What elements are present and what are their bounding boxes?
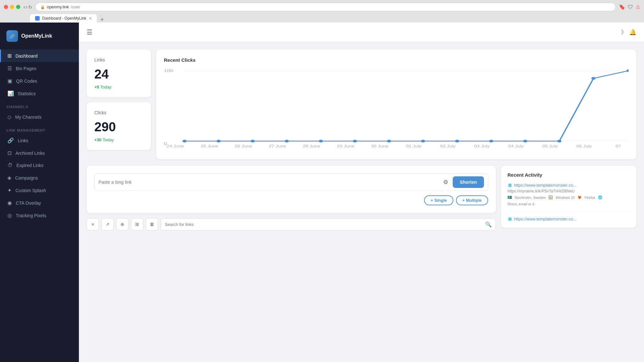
- bookmark-icon[interactable]: 🔖: [619, 4, 625, 10]
- chart-dot-4: [319, 140, 323, 143]
- reload-button[interactable]: ↻: [28, 4, 32, 10]
- chart-area: 100 0: [164, 68, 629, 152]
- activity-link-text-2: https://www.templatemonster.co...: [514, 217, 576, 221]
- forward-button[interactable]: ›: [26, 4, 27, 10]
- chart-dot-1: [217, 140, 221, 143]
- sidebar-item-my-channels[interactable]: ◇ My Channels: [0, 111, 79, 123]
- chart-dot-7: [421, 140, 425, 143]
- stats-column: Links 24 +5 Today Clicks 290 +30 Today: [87, 50, 151, 150]
- toolbar-list-icon-button[interactable]: ≡: [87, 218, 99, 230]
- back-button[interactable]: ‹: [24, 4, 25, 10]
- clicks-stat-label: Clicks: [94, 110, 143, 115]
- shortener-options: + Single + Multiple: [94, 195, 488, 205]
- svg-text:30 June: 30 June: [371, 144, 388, 148]
- activity-short-url-1: https://myname.link/PSvTaTnHrDBNeU: [507, 189, 630, 193]
- dashboard-icon: ⊞: [7, 53, 12, 59]
- browser-extensions: 🔖 🛡 ⚠: [619, 4, 640, 10]
- activity-item-2: 🌐 https://www.templatemonster.co...: [507, 217, 630, 221]
- sidebar-item-expired-links[interactable]: ⏱ Expired Links: [0, 159, 79, 172]
- filter-icon[interactable]: ⚙: [443, 179, 448, 186]
- sidebar-item-custom-splash[interactable]: ✦ Custom Splash: [0, 184, 79, 197]
- chart-dot-6: [387, 140, 391, 143]
- sidebar-label-tracking-pixels: Tracking Pixels: [16, 213, 46, 218]
- multiple-option-button[interactable]: + Multiple: [456, 195, 488, 205]
- sidebar-label-statistics: Statistics: [18, 91, 36, 96]
- traffic-light-green[interactable]: [16, 5, 20, 9]
- tab-bar: Dashboard - OpenMyLink ✕ +: [4, 14, 640, 23]
- new-tab-button[interactable]: +: [98, 17, 107, 23]
- links-icon: 🔗: [7, 137, 14, 144]
- sidebar-item-bio-pages[interactable]: ☰ Bio Pages: [0, 62, 79, 75]
- browser-nav-buttons: ‹ › ↻: [24, 4, 32, 10]
- sidebar-item-archived-links[interactable]: ⊡ Archived Links: [0, 147, 79, 159]
- lock-icon: 🔒: [40, 5, 45, 9]
- tab-favicon: [35, 16, 40, 21]
- sidebar-item-campaigns[interactable]: ◈ Campaigns: [0, 172, 79, 184]
- recent-clicks-chart: 100 0: [164, 68, 629, 152]
- sidebar-item-tracking-pixels[interactable]: ◎ Tracking Pixels: [0, 209, 79, 222]
- warning-icon: ⚠: [636, 4, 640, 10]
- notifications-icon[interactable]: 🔔: [629, 29, 636, 36]
- my-channels-icon: ◇: [7, 114, 11, 120]
- traffic-light-red[interactable]: [4, 5, 8, 9]
- top-row: Links 24 +5 Today Clicks 290 +30 Today: [87, 50, 636, 159]
- traffic-lights: [4, 5, 20, 9]
- activity-link-2[interactable]: 🌐 https://www.templatemonster.co...: [507, 217, 630, 221]
- toolbar-grid-icon-button[interactable]: ⊞: [131, 218, 143, 230]
- svg-text:26 June: 26 June: [235, 144, 252, 148]
- channels-section-header: Channels: [0, 100, 79, 111]
- toolbar-add-icon-button[interactable]: ⊕: [116, 218, 128, 230]
- search-icon[interactable]: 🔍: [485, 221, 492, 227]
- toolbar-delete-icon-button[interactable]: 🗑: [146, 218, 158, 230]
- single-option-button[interactable]: + Single: [424, 195, 453, 205]
- browser-chrome: ‹ › ↻ 🔒 openmy.link/user 🔖 🛡 ⚠ Dashboard…: [0, 0, 644, 23]
- traffic-light-yellow[interactable]: [10, 5, 14, 9]
- url-bar[interactable]: 🔒 openmy.link/user: [35, 3, 616, 11]
- chart-dot-10: [523, 140, 527, 143]
- tab-close-icon[interactable]: ✕: [89, 16, 92, 21]
- activity-title: Recent Activity: [507, 172, 630, 178]
- links-stat-label: Links: [94, 57, 143, 62]
- sidebar-item-cta-overlay[interactable]: ◉ CTA Overlay: [0, 197, 79, 209]
- sidebar-item-dashboard[interactable]: ⊞ Dashboard: [0, 50, 79, 62]
- links-toolbar: ≡ ↗ ⊕ ⊞ 🗑 🔍: [87, 218, 496, 230]
- hamburger-icon[interactable]: ☰: [87, 29, 92, 36]
- link-input[interactable]: [99, 180, 440, 185]
- logo-text: OpenMyLink: [21, 33, 52, 39]
- dark-mode-icon[interactable]: ☽: [619, 29, 624, 36]
- svg-text:24 June: 24 June: [166, 144, 184, 148]
- activity-meta-1: 🇸🇪 Stockholm, Sweden 🪟 Windows 10 🦊 Fire…: [507, 195, 630, 206]
- svg-text:100: 100: [164, 69, 173, 73]
- svg-text:29 June: 29 June: [337, 144, 354, 148]
- shortener-input-row: ⚙ Shorten: [94, 173, 488, 191]
- cta-overlay-icon: ◉: [7, 200, 12, 206]
- svg-text:07: 07: [615, 144, 621, 148]
- svg-text:03 July: 03 July: [474, 144, 490, 148]
- topbar-right: ☽ 🔔: [619, 29, 636, 36]
- main-area: ☰ ☽ 🔔 Links 24 +5 Today: [79, 23, 644, 362]
- sidebar-label-bio-pages: Bio Pages: [16, 66, 36, 71]
- search-input[interactable]: [165, 222, 483, 227]
- sidebar-item-qr-codes[interactable]: ▣ QR Codes: [0, 75, 79, 87]
- activity-favicon-1: 🌐: [507, 183, 512, 188]
- svg-text:28 June: 28 June: [303, 144, 320, 148]
- sidebar-item-links[interactable]: 🔗 Links: [0, 134, 79, 147]
- toolbar-export-icon-button[interactable]: ↗: [101, 218, 114, 230]
- clicks-stat-card: Clicks 290 +30 Today: [87, 102, 151, 150]
- shortener-activity-row: ⚙ Shorten + Single + Multiple ≡ ↗ ⊕ ⊞: [87, 166, 636, 230]
- tab-title: Dashboard - OpenMyLink: [42, 16, 86, 21]
- shorten-button[interactable]: Shorten: [453, 176, 484, 188]
- sidebar-label-custom-splash: Custom Splash: [15, 188, 46, 193]
- location-flag-icon: 🇸🇪: [507, 195, 512, 200]
- chart-dot-0: [183, 140, 187, 143]
- active-tab[interactable]: Dashboard - OpenMyLink ✕: [30, 14, 97, 23]
- shortener-card: ⚙ Shorten + Single + Multiple: [87, 166, 496, 213]
- links-today-prefix: +5: [94, 85, 99, 89]
- sidebar-label-cta-overlay: CTA Overlay: [16, 200, 41, 206]
- activity-link-1[interactable]: 🌐 https://www.templatemonster.co...: [507, 183, 630, 188]
- windows-icon: 🪟: [548, 195, 553, 200]
- svg-text:02 July: 02 July: [440, 144, 456, 148]
- sidebar: 🔗 OpenMyLink ⊞ Dashboard ☰ Bio Pages ▣ Q…: [0, 23, 79, 362]
- logo-icon: 🔗: [6, 30, 18, 42]
- sidebar-item-statistics[interactable]: 📊 Statistics: [0, 87, 79, 100]
